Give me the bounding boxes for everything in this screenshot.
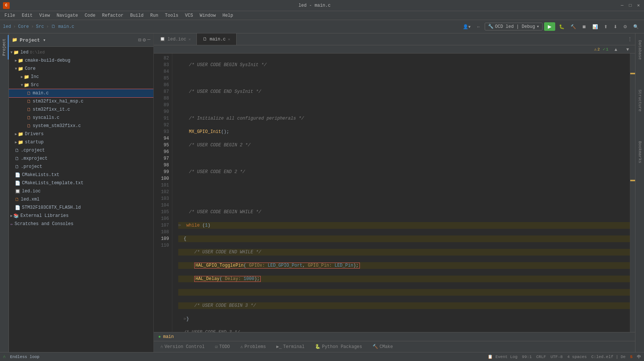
build-button[interactable]: 🔨: [568, 23, 578, 31]
code-line-94: ⊳ while (1): [178, 222, 630, 229]
close-button[interactable]: ✕: [636, 3, 641, 8]
close-led-ioc-tab[interactable]: ✕: [188, 37, 191, 42]
scroll-down-button[interactable]: ▼: [623, 45, 632, 53]
call-hierarchy-icon: ●: [158, 334, 161, 339]
minimize-button[interactable]: ─: [619, 3, 625, 8]
menu-view[interactable]: View: [36, 12, 53, 19]
tree-src[interactable]: ▼ 📁 Src: [9, 81, 153, 89]
settings-icon[interactable]: ⚙: [143, 37, 146, 43]
code-line-85: [178, 102, 630, 108]
breadcrumb-core[interactable]: Core: [18, 24, 29, 29]
code-line-84: /* USER CODE END SysInit */: [178, 88, 630, 95]
stm32-logo: S: [630, 355, 632, 359]
code-content[interactable]: /* USER CODE BEGIN SysInit */ /* USER CO…: [172, 53, 630, 332]
menu-run[interactable]: Run: [147, 12, 161, 19]
menu-tools[interactable]: Tools: [162, 12, 181, 19]
line-ending[interactable]: CRLF: [536, 355, 546, 359]
tree-flash-ld[interactable]: 📄 STM32F103C8TX_FLASH.ld: [9, 204, 153, 212]
tree-external-libraries[interactable]: ▶ 📚 External Libraries: [9, 212, 153, 220]
download-button[interactable]: ⬇: [611, 23, 619, 31]
tree-cmakelists[interactable]: 📄 CMakeLists.txt: [9, 171, 153, 179]
code-line-99: [178, 289, 630, 296]
python-packages-tab[interactable]: 🐍 Python Packages: [311, 342, 366, 351]
breadcrumb-led[interactable]: led: [3, 24, 11, 29]
tree-core[interactable]: ▼ 📁 Core: [9, 65, 153, 73]
menu-window[interactable]: Window: [197, 12, 219, 19]
code-line-83: [178, 75, 630, 82]
collapse-all-button[interactable]: ⊟: [138, 37, 141, 43]
scrollbar-marker-warning: [630, 73, 635, 74]
breadcrumb-mainc[interactable]: 🗋 main.c: [51, 24, 74, 29]
more-tabs-button[interactable]: ⋮: [625, 36, 635, 42]
version-control-tab[interactable]: ⑃ Version Control: [157, 343, 208, 351]
event-log-label[interactable]: 📋 Event Log: [488, 354, 517, 359]
tree-it-c[interactable]: 🗋 stm32f1xx_it.c: [9, 105, 153, 114]
coverage-button[interactable]: 📊: [590, 23, 600, 31]
menu-file[interactable]: File: [1, 12, 18, 19]
tree-cproject[interactable]: 🗋 .cproject: [9, 146, 153, 155]
todo-tab[interactable]: ☑ TODO: [211, 342, 234, 351]
check-badge: ✓ 1: [603, 47, 608, 52]
cursor-position[interactable]: 99:1: [522, 355, 531, 359]
tree-scratches-consoles[interactable]: ✏ Scratches and Consoles: [9, 220, 153, 228]
project-panel: 📁 Project ▾ ⊟ ⚙ ─ ▼ 📁 led D:\led: [9, 33, 154, 352]
tree-hal-msp[interactable]: 🗋 stm32f1xx_hal_msp.c: [9, 97, 153, 105]
tree-cmake-build-debug[interactable]: ▶ 📁 cmake-build-debug: [9, 56, 153, 65]
editor-scrollbar[interactable]: [630, 53, 635, 332]
tree-system-c[interactable]: 🗋 system_stm32f1xx.c: [9, 122, 153, 130]
title-bar: C led - main.c ─ □ ✕: [0, 0, 644, 11]
menu-code[interactable]: Code: [82, 12, 98, 19]
tree-syscalls[interactable]: 🗋 syscalls.c: [9, 114, 153, 122]
tree-project[interactable]: 🗋 .project: [9, 163, 153, 171]
settings-button[interactable]: ⚙: [621, 23, 630, 31]
scroll-up-button[interactable]: ▲: [611, 45, 620, 53]
indent-settings[interactable]: 4 spaces: [567, 355, 587, 359]
structure-tab[interactable]: Structure: [636, 86, 644, 115]
tree-drivers[interactable]: ▶ 📁 Drivers: [9, 130, 153, 138]
problems-tab[interactable]: ⚠ Problems: [237, 342, 270, 351]
menu-help[interactable]: Help: [219, 12, 236, 19]
database-tab[interactable]: Database: [636, 36, 644, 64]
menu-vcs[interactable]: VCS: [182, 12, 196, 19]
tree-main-c[interactable]: 🗋 main.c: [9, 89, 153, 97]
bookmarks-tab[interactable]: Bookmarks: [636, 137, 644, 167]
profile-button[interactable]: 👤▾: [461, 23, 473, 31]
tree-led-xml[interactable]: 🗋 led.xml: [9, 195, 153, 204]
cmake-tab[interactable]: 🔨 CMake: [369, 342, 397, 351]
code-line-82: /* USER CODE BEGIN SysInit */: [178, 62, 630, 68]
notification-bar: ⚠ 2 ✓ 1 ▲ ▼: [154, 45, 635, 53]
menu-build[interactable]: Build: [127, 12, 146, 19]
tree-inc[interactable]: ▶ 📁 Inc: [9, 73, 153, 81]
scratches-label: Scratches and Consoles: [14, 221, 73, 227]
project-tree: ▼ 📁 led D:\led ▶ 📁 cmake-build-debug ▼ 📁…: [9, 47, 153, 352]
tab-led-ioc[interactable]: 🔲 led.ioc ✕: [154, 33, 197, 45]
search-button[interactable]: 🔍: [631, 23, 641, 31]
upload-button[interactable]: ⬆: [602, 23, 610, 31]
code-line-91: [178, 182, 630, 189]
tree-cmakelists-template[interactable]: 📄 CMakeLists_template.txt: [9, 179, 153, 187]
tree-led-ioc[interactable]: 🔲 led.ioc: [9, 187, 153, 195]
window-title: led - main.c: [10, 3, 619, 8]
code-line-95: {: [178, 235, 630, 242]
maximize-button[interactable]: □: [628, 3, 633, 8]
close-main-c-tab[interactable]: ✕: [228, 37, 230, 42]
encoding[interactable]: UTF-8: [550, 355, 563, 359]
tree-root-led[interactable]: ▼ 📁 led D:\led: [9, 48, 153, 56]
menu-navigate[interactable]: Navigate: [53, 12, 81, 19]
menu-edit[interactable]: Edit: [19, 12, 36, 19]
project-tab[interactable]: Project: [0, 35, 9, 59]
terminal-tab[interactable]: ▶_ Terminal: [273, 342, 308, 351]
tree-mxproject[interactable]: 🗋 .mxproject: [9, 155, 153, 163]
stop-button[interactable]: ⏹: [580, 23, 589, 31]
debug-button[interactable]: 🐛: [557, 23, 567, 31]
tab-main-c[interactable]: 🗋 main.c ✕: [197, 33, 236, 45]
debug-config-dropdown[interactable]: 🔧 OCD led | Debug ▾: [485, 23, 543, 30]
back-button[interactable]: ←: [474, 23, 483, 31]
tree-startup[interactable]: ▶ 📁 startup: [9, 138, 153, 146]
breadcrumb-src[interactable]: Src: [36, 24, 44, 29]
project-panel-header: 📁 Project ▾ ⊟ ⚙ ─: [9, 33, 153, 47]
hide-panel-button[interactable]: ─: [147, 37, 150, 43]
run-button[interactable]: ▶: [544, 22, 555, 31]
menu-refactor[interactable]: Refactor: [99, 12, 127, 19]
line-numbers: 82 83 84 85 86 87 88 89 90 91 92 93 94 9…: [154, 53, 172, 332]
